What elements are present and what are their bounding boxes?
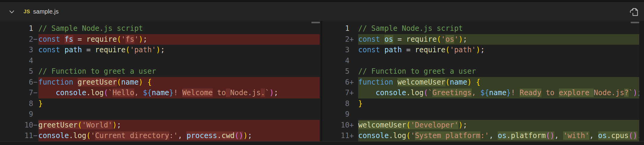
- word-diff-highlight: greetUser: [78, 78, 117, 86]
- code-token: }: [506, 89, 511, 97]
- code-line-content[interactable]: console.log(`Greetings, ${name}! Ready t…: [358, 88, 644, 98]
- code-token: ): [269, 89, 274, 97]
- code-token: ': [91, 131, 95, 140]
- code-line-content[interactable]: }: [38, 98, 320, 109]
- word-diff-highlight: process: [187, 131, 217, 140]
- code-token: ;: [480, 46, 485, 54]
- code-token: 'path': [450, 46, 476, 54]
- diff-line: 5 // Function to greet a user: [322, 66, 644, 77]
- code-token: .: [389, 131, 393, 140]
- code-token: `: [428, 89, 432, 97]
- code-line-content[interactable]: // Function to greet a user: [38, 66, 320, 77]
- code-token: function: [358, 78, 397, 86]
- word-diff-highlight: [226, 89, 230, 97]
- diff-editor-window: JS sample.js 1 // Sample Node.js script2…: [0, 0, 644, 145]
- code-line-content[interactable]: const os = require('os');: [358, 34, 644, 45]
- code-line-content[interactable]: const fs = require('fs');: [38, 34, 320, 45]
- code-token: ': [121, 35, 126, 44]
- line-sign: [349, 23, 358, 34]
- file-diff-header[interactable]: JS sample.js: [0, 2, 644, 21]
- code-line-content[interactable]: console.log('System platform:', os.platf…: [358, 130, 644, 141]
- diff-line: 9: [322, 109, 644, 120]
- code-line-content[interactable]: [358, 109, 644, 120]
- line-sign: [349, 45, 358, 56]
- line-sign: [33, 23, 38, 34]
- horizontal-scrollbar-left[interactable]: [311, 22, 320, 23]
- line-number: 9: [322, 109, 349, 120]
- code-line-content[interactable]: // Function to greet a user: [358, 66, 644, 77]
- code-token: ,: [134, 89, 143, 97]
- code-line-content[interactable]: console.log(`Hello, ${name}! Welcome to …: [38, 88, 320, 98]
- code-token: ;: [117, 121, 121, 129]
- line-sign: [349, 109, 358, 120]
- code-line-content[interactable]: greetUser('World');: [38, 120, 320, 131]
- code-token: !: [174, 89, 182, 97]
- bottom-strip: [0, 141, 644, 145]
- deleted-line-sign: −: [33, 34, 38, 45]
- line-number: 4: [322, 56, 349, 66]
- line-sign: [349, 56, 358, 66]
- code-line-content[interactable]: const path = require('path');: [358, 45, 644, 56]
- code-token: ;: [161, 46, 165, 54]
- line-number: 8: [0, 98, 33, 109]
- code-token: const: [358, 35, 384, 44]
- code-token: const: [358, 46, 384, 54]
- code-token: ;: [143, 35, 147, 44]
- chevron-down-icon[interactable]: [8, 8, 16, 16]
- diff-line: 2+const os = require('os');: [322, 34, 644, 45]
- word-diff-highlight: cwd: [222, 131, 234, 140]
- word-diff-highlight: (): [629, 131, 637, 140]
- code-token: require: [95, 46, 126, 54]
- line-sign: [33, 66, 38, 77]
- word-diff-highlight: 'World': [82, 121, 113, 129]
- code-token: ): [467, 78, 471, 86]
- code-token: ': [454, 35, 458, 44]
- horizontal-scrollbar-right[interactable]: [631, 22, 639, 23]
- go-to-file-icon[interactable]: [628, 6, 640, 18]
- code-line-content[interactable]: [38, 109, 320, 120]
- code-line-content[interactable]: welcomeUser('Developer');: [358, 120, 644, 131]
- code-line-content[interactable]: function welcomeUser(name) {: [358, 77, 644, 88]
- added-line-sign: +: [349, 130, 358, 141]
- code-line-content[interactable]: // Sample Node.js script: [38, 23, 320, 34]
- diff-line: 11+console.log('System platform:', os.pl…: [322, 130, 644, 141]
- word-diff-highlight: .: [261, 89, 265, 97]
- code-token: ,: [489, 131, 498, 140]
- diff-line: 1 // Sample Node.js script: [322, 23, 644, 34]
- js-file-icon: JS: [24, 9, 30, 15]
- line-number: 1: [0, 23, 33, 34]
- code-token: path: [384, 46, 402, 54]
- code-token: log: [410, 89, 423, 97]
- code-token: ): [113, 121, 117, 129]
- code-token: const: [38, 46, 65, 54]
- code-line-content[interactable]: }: [358, 98, 644, 109]
- code-token: Node.js: [594, 89, 624, 97]
- code-token: name: [121, 78, 139, 86]
- line-number: 2: [322, 34, 349, 45]
- word-diff-highlight: System platform: [415, 131, 480, 140]
- code-token: function: [38, 78, 78, 86]
- code-token: ': [441, 35, 445, 44]
- code-token: ,: [472, 89, 480, 97]
- code-line-content[interactable]: function greetUser(name) {: [38, 77, 320, 88]
- code-token: [38, 89, 56, 97]
- code-line-content[interactable]: console.log('Current directory:', proces…: [38, 130, 320, 141]
- code-line-content[interactable]: [38, 56, 320, 66]
- word-diff-highlight: Hello: [113, 89, 134, 97]
- code-token: ,: [589, 131, 598, 140]
- code-token: require: [406, 35, 437, 44]
- line-sign: [349, 66, 358, 77]
- code-line-content[interactable]: [358, 56, 644, 66]
- deleted-line-sign: −: [33, 88, 38, 98]
- code-token: ;: [463, 35, 467, 44]
- right-pane-lines: 1 // Sample Node.js script2+const os = r…: [322, 21, 644, 141]
- code-line-content[interactable]: // Sample Node.js script: [358, 23, 644, 34]
- word-diff-highlight: os: [445, 35, 454, 44]
- code-token: ): [139, 78, 143, 86]
- code-line-content[interactable]: const path = require('path');: [38, 45, 320, 56]
- word-diff-highlight: (: [406, 121, 410, 129]
- code-token: ;: [463, 121, 467, 129]
- code-token: }: [38, 99, 43, 108]
- added-line-sign: +: [349, 77, 358, 88]
- code-token: ${: [143, 89, 152, 97]
